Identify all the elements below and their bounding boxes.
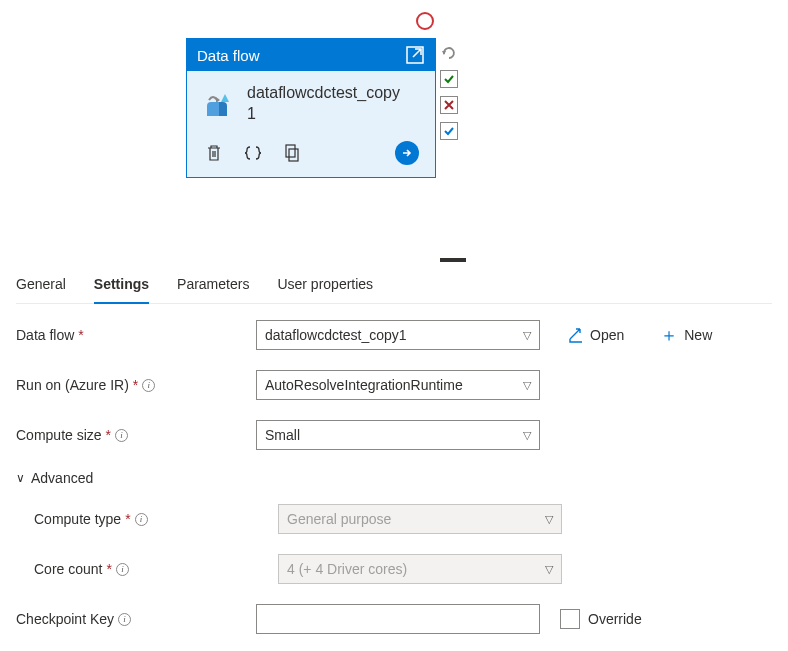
row-compute-type: Compute type * i General purpose ▽ xyxy=(16,504,772,534)
chevron-down-icon: ▽ xyxy=(545,563,553,576)
core-count-select-value: 4 (+ 4 Driver cores) xyxy=(287,561,407,577)
delete-icon[interactable] xyxy=(205,143,223,163)
compute-type-select-value: General purpose xyxy=(287,511,391,527)
info-icon[interactable]: i xyxy=(118,613,131,626)
info-icon[interactable]: i xyxy=(135,513,148,526)
row-run-on: Run on (Azure IR) * i AutoResolveIntegra… xyxy=(16,370,772,400)
info-icon[interactable]: i xyxy=(116,563,129,576)
tab-settings[interactable]: Settings xyxy=(94,270,149,304)
compute-size-select[interactable]: Small ▽ xyxy=(256,420,540,450)
run-on-select[interactable]: AutoResolveIntegrationRuntime ▽ xyxy=(256,370,540,400)
label-compute-size: Compute size * i xyxy=(16,427,256,443)
chevron-down-icon: ▽ xyxy=(545,513,553,526)
open-button-label: Open xyxy=(590,327,624,343)
label-run-on-text: Run on (Azure IR) xyxy=(16,377,129,393)
settings-form: Data flow * dataflowcdctest_copy1 ▽ Open… xyxy=(16,320,772,651)
activity-name: dataflowcdctest_copy1 xyxy=(247,83,407,125)
required-asterisk: * xyxy=(78,327,83,343)
tab-general[interactable]: General xyxy=(16,270,66,303)
override-checkbox[interactable] xyxy=(560,609,580,629)
compute-size-select-value: Small xyxy=(265,427,300,443)
activity-card-header-title: Data flow xyxy=(197,47,260,64)
svg-rect-2 xyxy=(286,145,295,157)
tab-parameters[interactable]: Parameters xyxy=(177,270,249,303)
label-compute-type: Compute type * i xyxy=(16,511,278,527)
dataflow-icon xyxy=(201,86,237,122)
required-asterisk: * xyxy=(106,427,111,443)
chevron-down-icon: ▽ xyxy=(523,379,531,392)
svg-marker-4 xyxy=(442,51,446,55)
data-flow-select-value: dataflowcdctest_copy1 xyxy=(265,327,407,343)
attention-marker xyxy=(416,12,434,30)
label-run-on: Run on (Azure IR) * i xyxy=(16,377,256,393)
status-marks xyxy=(440,44,458,140)
next-arrow-icon[interactable] xyxy=(395,141,419,165)
core-count-select: 4 (+ 4 Driver cores) ▽ xyxy=(278,554,562,584)
new-button-label: New xyxy=(684,327,712,343)
advanced-label: Advanced xyxy=(31,470,93,486)
label-compute-size-text: Compute size xyxy=(16,427,102,443)
required-asterisk: * xyxy=(125,511,130,527)
row-data-flow: Data flow * dataflowcdctest_copy1 ▽ Open… xyxy=(16,320,772,350)
status-fail-icon[interactable] xyxy=(440,96,458,114)
label-compute-type-text: Compute type xyxy=(34,511,121,527)
status-success-icon[interactable] xyxy=(440,70,458,88)
checkpoint-input[interactable] xyxy=(256,604,540,634)
activity-card-body: dataflowcdctest_copy1 xyxy=(187,71,435,135)
code-braces-icon[interactable] xyxy=(243,143,263,163)
open-button[interactable]: Open xyxy=(568,323,624,347)
label-core-count: Core count * i xyxy=(16,561,278,577)
plus-icon: ＋ xyxy=(660,323,678,347)
row-checkpoint: Checkpoint Key i Override xyxy=(16,604,772,634)
status-check-icon[interactable] xyxy=(440,122,458,140)
compute-type-select: General purpose ▽ xyxy=(278,504,562,534)
settings-tabs: General Settings Parameters User propert… xyxy=(16,270,772,304)
activity-card-footer xyxy=(187,135,435,177)
panel-resize-handle[interactable] xyxy=(440,258,466,262)
label-checkpoint: Checkpoint Key i xyxy=(16,611,256,627)
chevron-down-icon: ▽ xyxy=(523,429,531,442)
info-icon[interactable]: i xyxy=(142,379,155,392)
advanced-toggle[interactable]: ∨ Advanced xyxy=(16,470,772,486)
redo-icon[interactable] xyxy=(440,44,458,62)
activity-card[interactable]: Data flow dataflowcdctest_copy1 xyxy=(186,38,436,178)
new-button[interactable]: ＋ New xyxy=(660,323,712,347)
override-wrap: Override xyxy=(560,609,642,629)
label-data-flow-text: Data flow xyxy=(16,327,74,343)
copy-icon[interactable] xyxy=(283,143,301,163)
svg-rect-3 xyxy=(289,149,298,161)
chevron-down-icon: ▽ xyxy=(523,329,531,342)
override-label: Override xyxy=(588,611,642,627)
data-flow-select[interactable]: dataflowcdctest_copy1 ▽ xyxy=(256,320,540,350)
chevron-down-icon: ∨ xyxy=(16,471,25,485)
required-asterisk: * xyxy=(133,377,138,393)
label-core-count-text: Core count xyxy=(34,561,102,577)
activity-card-header: Data flow xyxy=(187,39,435,71)
label-data-flow: Data flow * xyxy=(16,327,256,343)
tab-user-properties[interactable]: User properties xyxy=(277,270,373,303)
data-flow-actions: Open ＋ New xyxy=(568,323,712,347)
label-checkpoint-text: Checkpoint Key xyxy=(16,611,114,627)
run-on-select-value: AutoResolveIntegrationRuntime xyxy=(265,377,463,393)
open-external-icon[interactable] xyxy=(405,45,425,65)
row-core-count: Core count * i 4 (+ 4 Driver cores) ▽ xyxy=(16,554,772,584)
row-compute-size: Compute size * i Small ▽ xyxy=(16,420,772,450)
info-icon[interactable]: i xyxy=(115,429,128,442)
required-asterisk: * xyxy=(106,561,111,577)
